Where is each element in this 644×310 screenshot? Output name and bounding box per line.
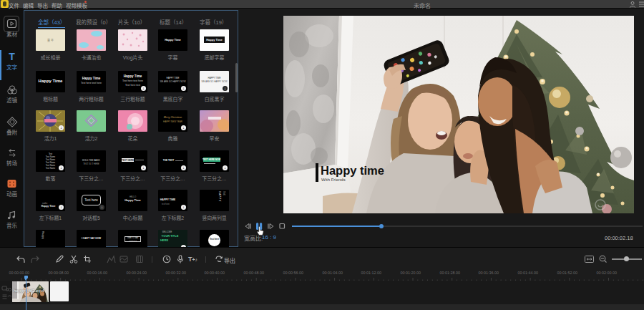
- svg-text:Happy time: Happy time: [321, 164, 384, 177]
- svg-text:With Friends: With Friends: [321, 178, 346, 182]
